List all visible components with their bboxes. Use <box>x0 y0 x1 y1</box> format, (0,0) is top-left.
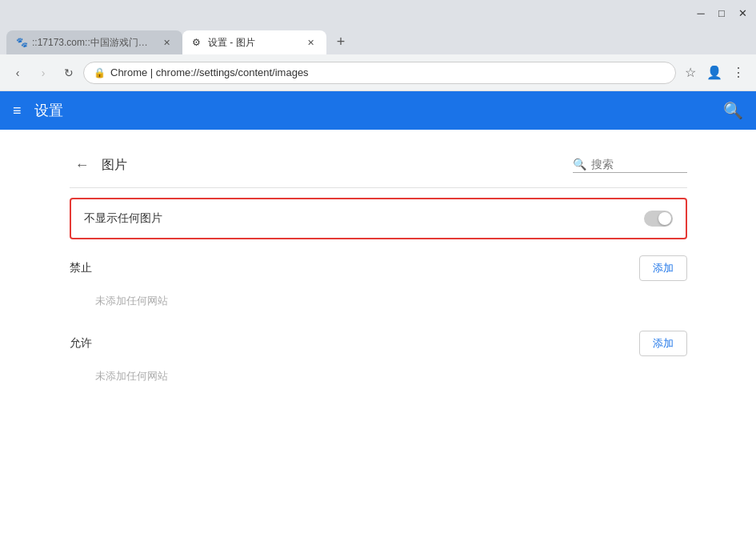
new-tab-button[interactable]: + <box>330 30 352 53</box>
tab-settings[interactable]: ⚙ 设置 - 图片 ✕ <box>182 30 326 54</box>
no-images-label: 不显示任何图片 <box>84 211 644 226</box>
content-area: ← 图片 🔍 不显示任何图片 禁止 添加 未添加任何网站 允许 添加 <box>0 130 756 542</box>
close-button[interactable]: ✕ <box>732 2 753 23</box>
tab-17173[interactable]: 🐾 ::17173.com::中国游戏门户站 ✕ <box>6 30 182 54</box>
tab-close-17173[interactable]: ✕ <box>160 36 173 49</box>
addressbar: ‹ › ↻ 🔒 Chrome | chrome://settings/conte… <box>0 54 756 91</box>
no-images-toggle-row: 不显示任何图片 <box>70 198 687 239</box>
page-title: 图片 <box>102 157 573 174</box>
tab-title-17173: ::17173.com::中国游戏门户站 <box>32 36 155 50</box>
tab-close-settings[interactable]: ✕ <box>304 36 317 49</box>
forward-button[interactable]: › <box>32 62 54 84</box>
appbar: ≡ 设置 🔍 <box>0 91 756 130</box>
tab-favicon-17173: 🐾 <box>16 37 27 48</box>
no-images-toggle[interactable] <box>644 211 673 227</box>
minimize-button[interactable]: ─ <box>690 2 711 23</box>
sidebar-toggle-button[interactable]: ≡ <box>13 102 22 119</box>
bookmark-button[interactable]: ☆ <box>679 62 702 84</box>
appbar-title: 设置 <box>34 101 710 120</box>
account-button[interactable]: 👤 <box>703 62 726 84</box>
maximize-button[interactable]: □ <box>711 2 732 23</box>
block-empty-text: 未添加任何网站 <box>95 287 687 315</box>
tab-title-settings: 设置 - 图片 <box>208 36 299 50</box>
tabbar: 🐾 ::17173.com::中国游戏门户站 ✕ ⚙ 设置 - 图片 ✕ + <box>0 26 756 54</box>
allow-section-label: 允许 <box>70 336 639 351</box>
page-header: ← 图片 🔍 <box>70 143 687 188</box>
lock-icon: 🔒 <box>94 67 106 78</box>
address-text: Chrome | chrome://settings/content/image… <box>110 66 666 78</box>
page-back-button[interactable]: ← <box>70 152 95 178</box>
allow-section-header: 允许 添加 <box>70 331 687 356</box>
block-section: 禁止 添加 未添加任何网站 <box>70 255 687 315</box>
block-section-label: 禁止 <box>70 261 639 275</box>
address-box[interactable]: 🔒 Chrome | chrome://settings/content/ima… <box>83 62 676 84</box>
reload-button[interactable]: ↻ <box>58 62 80 84</box>
titlebar: ─ □ ✕ <box>0 0 756 26</box>
block-add-button[interactable]: 添加 <box>639 255 687 281</box>
block-section-header: 禁止 添加 <box>70 255 687 281</box>
address-actions: ☆ 👤 ⋮ <box>679 62 750 84</box>
tab-favicon-settings: ⚙ <box>192 37 203 48</box>
back-button[interactable]: ‹ <box>6 62 29 84</box>
appbar-search-button[interactable]: 🔍 <box>723 101 743 120</box>
allow-add-button[interactable]: 添加 <box>639 331 687 356</box>
search-box: 🔍 <box>573 158 687 173</box>
settings-panel: ← 图片 🔍 不显示任何图片 禁止 添加 未添加任何网站 允许 添加 <box>50 130 706 409</box>
search-input[interactable] <box>591 158 687 171</box>
chrome-menu-button[interactable]: ⋮ <box>727 62 750 84</box>
allow-empty-text: 未添加任何网站 <box>95 363 687 390</box>
search-icon: 🔍 <box>573 158 586 171</box>
allow-section: 允许 添加 未添加任何网站 <box>70 331 687 390</box>
